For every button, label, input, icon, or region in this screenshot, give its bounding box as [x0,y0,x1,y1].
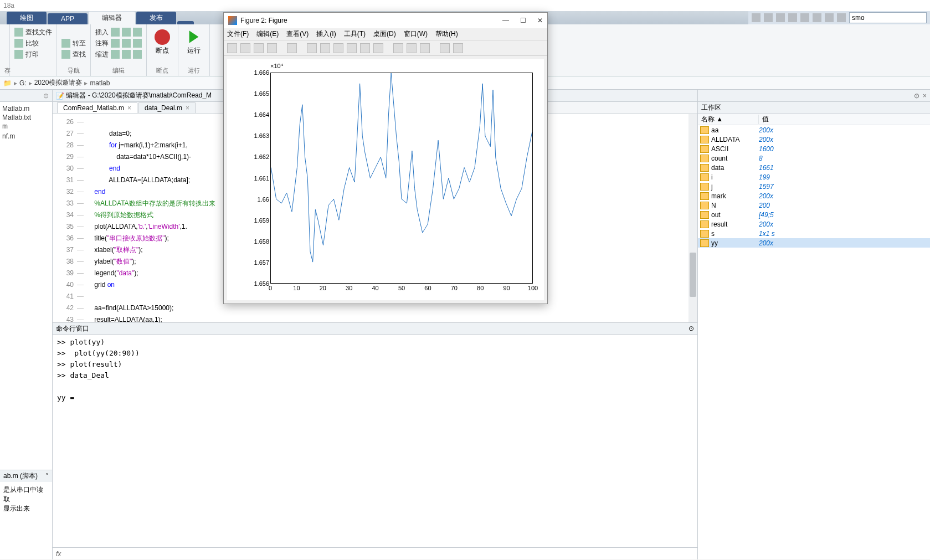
workspace-var[interactable]: i199 [698,172,930,182]
workspace-var[interactable]: s1x1 s [698,229,930,238]
filetab-2[interactable]: data_Deal.m× [138,102,196,113]
pan-icon[interactable] [333,43,343,53]
fx-prompt[interactable]: fx [53,547,697,559]
indent-icon[interactable] [111,50,120,59]
wrap-icon[interactable] [133,39,142,48]
cut-icon[interactable] [764,13,773,22]
dock-icon[interactable] [440,43,450,53]
figure-titlebar[interactable]: Figure 2: Figure — ☐ ✕ [224,13,547,28]
insert-section-icon[interactable] [111,28,120,37]
open-icon[interactable] [240,43,250,53]
find-icon[interactable] [61,50,70,59]
undo-icon[interactable] [800,13,809,22]
fold-column[interactable]: ————————————————————— [77,114,85,322]
run-button[interactable]: 运行 [183,27,205,58]
workspace-var[interactable]: ALLDATA200x [698,135,930,144]
new-icon[interactable] [227,43,237,53]
figure-menu-item[interactable]: 帮助(H) [435,29,458,39]
workspace-var[interactable]: yy200x [698,238,930,248]
colorbar-icon[interactable] [407,43,417,53]
figure-menu-item[interactable]: 编辑(E) [256,29,279,39]
workspace-var[interactable]: data1661 [698,163,930,172]
workspace-var[interactable]: aa200x [698,125,930,135]
workspace-var[interactable]: out[49;5 [698,210,930,219]
figure-menu-item[interactable]: 查看(V) [286,29,309,39]
rotate-icon[interactable] [347,43,357,53]
link-icon[interactable] [393,43,403,53]
print-icon[interactable] [267,43,277,53]
insert-var-icon[interactable] [133,28,142,37]
editor-scrollbar[interactable] [688,114,697,322]
folder-panel-options[interactable]: ⊙ [0,90,52,102]
zoomout-icon[interactable] [320,43,330,53]
crumb-1[interactable]: 2020模拟邀请赛 [34,78,83,88]
undock-icon[interactable] [453,43,463,53]
close-icon[interactable]: × [923,92,927,100]
figure-window[interactable]: Figure 2: Figure — ☐ ✕ 文件(F)编辑(E)查看(V)插入… [223,12,548,304]
legend-icon[interactable] [420,43,430,53]
paste-icon[interactable] [788,13,797,22]
tab-plot[interactable]: 绘图 [7,12,47,24]
workspace-var[interactable]: mark200x [698,191,930,201]
file-list[interactable]: Matlab.m Matlab.txt m nf.m [0,102,52,143]
axes[interactable] [270,73,533,284]
datatip-icon[interactable] [360,43,370,53]
workspace-col-value[interactable]: 值 [759,115,769,124]
save-icon[interactable] [752,13,761,22]
workspace-headers[interactable]: 名称 ▲ 值 [698,114,930,125]
workspace-col-name[interactable]: 名称 ▲ [698,115,759,124]
close-icon[interactable]: × [186,104,189,112]
goto-button[interactable]: 转至 [73,39,86,48]
save-icon[interactable] [254,43,264,53]
figure-axes-area[interactable]: ×10⁴ 1.6661.6651.6641.6631.6621.6611.661… [227,59,544,300]
figure-menu-item[interactable]: 插入(I) [316,29,336,39]
close-icon[interactable]: × [127,104,131,112]
minimize-icon[interactable]: — [502,17,509,24]
figure-menu-item[interactable]: 工具(T) [344,29,366,39]
figure-menubar[interactable]: 文件(F)编辑(E)查看(V)插入(I)工具(T)桌面(D)窗口(W)帮助(H) [224,28,547,40]
print-icon[interactable] [14,50,23,59]
crumb-drive[interactable]: G: [19,79,27,87]
file-item[interactable]: Matlab.m [2,104,50,113]
compare-icon[interactable] [14,39,23,48]
search-input[interactable] [849,12,927,23]
findfiles-icon[interactable] [14,28,23,37]
redo-icon[interactable] [813,13,821,22]
comment-icon[interactable] [111,39,120,48]
tab-app[interactable]: APP [48,13,88,24]
insert-button[interactable]: 插入 [95,28,109,37]
workspace-var[interactable]: j1597 [698,182,930,191]
workspace-var[interactable]: result200x [698,219,930,229]
tab-publish[interactable]: 发布 [136,12,176,24]
find-button[interactable]: 查找 [73,50,86,59]
figure-menu-item[interactable]: 文件(F) [227,29,249,39]
filetab-1[interactable]: ComRead_Matlab.m× [57,102,137,113]
help-icon[interactable] [837,13,846,22]
compare-button[interactable]: 比较 [25,39,39,48]
comment-button[interactable]: 注释 [95,39,109,48]
pointer-icon[interactable] [287,43,297,53]
figure-menu-item[interactable]: 桌面(D) [373,29,396,39]
smartindent-icon[interactable] [133,50,142,59]
insert-fx-icon[interactable] [122,28,131,37]
tab-editor[interactable]: 编辑器 [89,12,135,24]
options-icon[interactable]: ⊙ [688,325,694,332]
workspace-var[interactable]: count8 [698,153,930,163]
brush-icon[interactable] [373,43,383,53]
workspace-var[interactable]: ASCII1600 [698,144,930,153]
close-icon[interactable]: ✕ [537,17,543,24]
zoomin-icon[interactable] [307,43,317,53]
figure-menu-item[interactable]: 窗口(W) [404,29,428,39]
outdent-icon[interactable] [122,50,131,59]
figure-toolbar[interactable] [224,40,547,56]
file-item[interactable]: Matlab.txt [2,113,50,122]
file-item[interactable]: nf.m [2,132,50,141]
workspace-list[interactable]: aa200xALLDATA200xASCII1600count8data1661… [698,125,930,559]
file-item[interactable]: m [2,122,50,131]
crumb-2[interactable]: matlab [90,79,110,87]
copy-icon[interactable] [776,13,785,22]
minimize-icon[interactable]: ⊙ [914,92,919,100]
layout-icon[interactable] [825,13,834,22]
uncomment-icon[interactable] [122,39,131,48]
goto-icon[interactable] [61,39,70,48]
